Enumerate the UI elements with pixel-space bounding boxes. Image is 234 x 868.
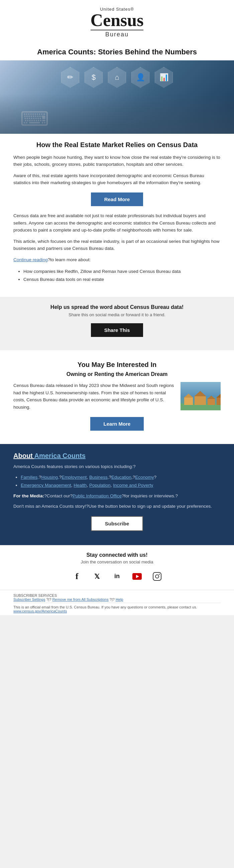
article-title: How the Real Estate Market Relies on Cen…: [14, 141, 220, 149]
article-para4: This article, which focuses on the real …: [14, 238, 220, 252]
read-more-btn-container: Read More: [14, 192, 220, 206]
article-para3: Census data are free and available not j…: [14, 212, 220, 234]
about-section: About America Counts America Counts feat…: [0, 444, 234, 545]
about-link-business[interactable]: Business: [89, 475, 108, 480]
interest-text: Census Bureau data released in May 2023 …: [14, 382, 175, 411]
hero-image: ✏ $ ⌂ 👤 📊 ⌨: [0, 60, 234, 134]
instagram-icon[interactable]: [151, 570, 164, 583]
share-this-button[interactable]: Share This: [91, 323, 144, 337]
logo-bureau-text: Bureau: [90, 30, 144, 38]
remove-link[interactable]: Remove me from All Subscriptions: [52, 597, 109, 601]
email-wrapper: United States® Census Bureau America Cou…: [0, 0, 234, 615]
hex-icon-chart: 📊: [155, 67, 173, 88]
about-bullet-1: Families,?Housing,?Employment, Business,…: [21, 473, 220, 482]
footer-bottom: SUBSCRIBER SERVICES Subscriber Settings …: [0, 590, 234, 615]
svg-point-4: [159, 574, 160, 575]
footer-official-text: This is an official email from the U.S. …: [14, 603, 220, 613]
article-para2: Aware of this, real estate agents have i…: [14, 172, 220, 186]
about-media-suffix: ?for inquiries or interviews.?: [122, 493, 178, 498]
interest-section: You May Be Interested In Owning or Renti…: [0, 353, 234, 444]
svg-point-3: [155, 575, 159, 578]
about-link-housing[interactable]: Housing,: [42, 475, 59, 480]
header: United States® Census Bureau: [0, 0, 234, 41]
subscribe-button[interactable]: Subscribe: [91, 516, 144, 531]
learn-more-button[interactable]: Learn More: [90, 417, 144, 431]
about-link-health[interactable]: Health: [74, 483, 86, 488]
about-link-emergency[interactable]: Emergency Management: [21, 483, 71, 488]
twitter-icon[interactable]: 𝕏: [90, 570, 104, 583]
subscriber-settings-link[interactable]: Subscriber Settings: [14, 597, 45, 601]
share-section: Help us spread the word about Census Bur…: [0, 297, 234, 350]
social-section: Stay connected with us! Join the convers…: [0, 545, 234, 590]
subscriber-services-label: SUBSCRIBER SERVICES: [14, 593, 57, 597]
youtube-icon[interactable]: [130, 570, 144, 583]
interest-image: [181, 382, 220, 410]
about-link-employment[interactable]: Employment: [61, 475, 86, 480]
official-text: This is an official email from the U.S. …: [14, 605, 197, 609]
subscriber-sep: ?|?: [46, 597, 51, 601]
subscribe-btn-container: Subscribe: [14, 516, 220, 531]
interest-article-title: Owning or Renting the American Dream: [14, 371, 220, 377]
about-link-families[interactable]: Families,: [21, 475, 39, 480]
about-bullet-list: Families,?Housing,?Employment, Business,…: [21, 473, 220, 490]
bullet-item-2: Census Bureau data tools on real estate: [23, 276, 220, 284]
hex-icon-person: 👤: [131, 67, 150, 88]
help-link[interactable]: Help: [116, 597, 123, 601]
about-link-education[interactable]: Education: [111, 475, 131, 480]
about-link-population[interactable]: Population: [89, 483, 111, 488]
social-icons-row: f 𝕏 in: [14, 570, 220, 583]
continue-reading-link[interactable]: Continue reading: [14, 257, 48, 262]
remove-sep: ?|?: [110, 597, 115, 601]
about-media-prefix: ?Contact our?: [44, 493, 73, 498]
share-btn-container: Share This: [14, 323, 220, 337]
svg-rect-2: [153, 572, 161, 581]
article-para1: When people begin house hunting, they wa…: [14, 154, 220, 168]
about-pio-link[interactable]: Public Information Office: [73, 493, 122, 498]
article-section: How the Real Estate Market Relies on Cen…: [0, 134, 234, 294]
keyboard-background: [0, 94, 234, 134]
share-title: Help us spread the word about Census Bur…: [14, 304, 220, 310]
logo-big-text: Census: [90, 12, 144, 29]
bullet-item-1: How companies like Redfin, Zillow and Re…: [23, 268, 220, 276]
interest-section-title: You May Be Interested In: [14, 361, 220, 369]
share-subtitle: Share this on social media or forward it…: [14, 312, 220, 317]
hero-image-overlay: ✏ $ ⌂ 👤 📊 ⌨: [0, 60, 234, 134]
about-intro: America Counts features stories on vario…: [14, 463, 220, 470]
subscriber-services-section: SUBSCRIBER SERVICES Subscriber Settings …: [14, 593, 220, 601]
interest-content-row: Census Bureau data released in May 2023 …: [14, 382, 220, 411]
hero-title: America Counts: Stories Behind the Numbe…: [0, 41, 234, 60]
hex-icon-pencil: ✏: [61, 67, 80, 88]
continue-reading-suffix: ?to learn more about:: [48, 257, 90, 262]
logo-container: United States® Census Bureau: [90, 7, 144, 38]
hex-icon-dollar: $: [84, 67, 103, 88]
about-cta-text: Don't miss an America Counts story!?Use …: [14, 503, 220, 510]
continue-reading-para: Continue reading?to learn more about:: [14, 256, 220, 264]
social-title: Stay connected with us!: [14, 552, 220, 558]
official-link[interactable]: www.census.gov/AmericaCounts: [14, 609, 67, 613]
about-title-link[interactable]: America Counts: [34, 452, 85, 459]
read-more-button[interactable]: Read More: [91, 192, 144, 206]
about-title-text: About: [14, 452, 34, 459]
linkedin-icon[interactable]: in: [110, 570, 124, 583]
learn-more-btn-container: Learn More: [14, 417, 220, 431]
social-subtitle: Join the conversation on social media: [14, 559, 220, 564]
facebook-icon[interactable]: f: [70, 570, 84, 583]
hex-icon-home: ⌂: [108, 67, 126, 88]
about-link-income[interactable]: Income and Poverty: [113, 483, 153, 488]
about-media-text: For the Media:?Contact our?Public Inform…: [14, 492, 220, 500]
about-media-label: For the Media:: [14, 493, 44, 498]
about-link-economy[interactable]: Economy: [135, 475, 154, 480]
about-bullet-2: Emergency Management, Health, Population…: [21, 482, 220, 489]
article-bullet-list: How companies like Redfin, Zillow and Re…: [23, 268, 220, 284]
hex-icons-row: ✏ $ ⌂ 👤 📊: [61, 67, 173, 88]
about-title: About America Counts: [14, 452, 220, 460]
